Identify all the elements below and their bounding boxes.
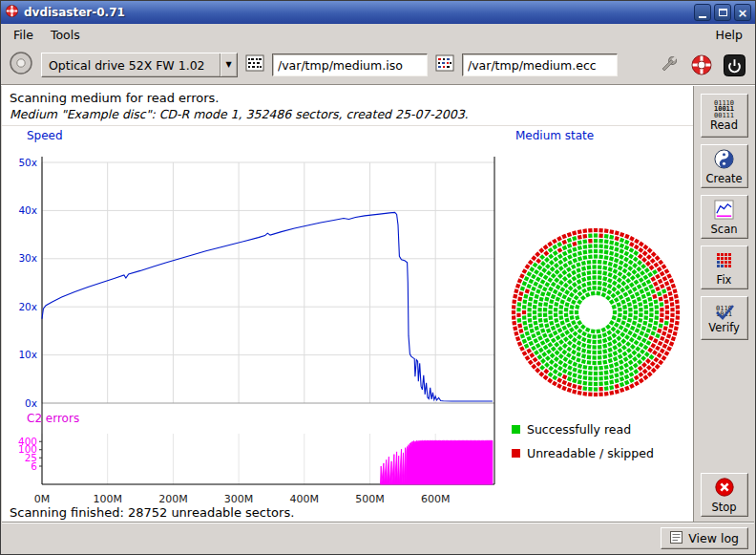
ecc-file-icon xyxy=(434,53,455,77)
svg-text:400: 400 xyxy=(18,436,37,447)
menu-help[interactable]: Help xyxy=(707,25,752,45)
medium-info-line: Medium "Example disc": CD-R mode 1, 3524… xyxy=(10,107,469,121)
menu-tools[interactable]: Tools xyxy=(42,25,89,45)
svg-text:200M: 200M xyxy=(158,493,188,505)
medium-state-label: Medium state xyxy=(515,129,594,142)
drive-select-value: Optical drive 52X FW 1.02 xyxy=(42,58,220,73)
binary-check-icon: 0110 1011 xyxy=(712,304,737,321)
create-button[interactable]: Create xyxy=(701,144,748,188)
chart-tick-labels: 0x10x20x30x40x50x6251004000M100M200M300M… xyxy=(18,157,450,506)
svg-text:40x: 40x xyxy=(18,204,37,216)
legend-successfully-read: Successfully read xyxy=(512,422,631,437)
svg-text:600M: 600M xyxy=(421,493,451,505)
scan-button[interactable]: Scan xyxy=(701,195,748,239)
svg-text:300M: 300M xyxy=(224,493,254,505)
svg-text:100: 100 xyxy=(18,443,37,455)
app-window: dvdisaster-0.71 × File Tools Help Optica… xyxy=(0,0,756,555)
legend-label: Unreadable / skipped xyxy=(527,446,654,460)
stop-button[interactable]: Stop xyxy=(701,473,748,517)
c2-errors-area xyxy=(381,440,493,484)
scan-result-line: Scanning finished: 28752 unreadable sect… xyxy=(10,505,294,520)
minimize-button[interactable] xyxy=(694,4,711,21)
titlebar[interactable]: dvdisaster-0.71 × xyxy=(1,1,755,24)
fix-sectors-icon xyxy=(714,250,734,273)
read-button[interactable]: 01110 10011 00111 Read xyxy=(701,94,748,138)
svg-text:30x: 30x xyxy=(18,252,37,264)
toolbar: Optical drive 52X FW 1.02 ▼ xyxy=(1,46,755,85)
speed-curve xyxy=(42,212,493,401)
red-square-icon xyxy=(512,449,520,458)
svg-text:10x: 10x xyxy=(18,349,37,360)
menubar: File Tools Help xyxy=(1,24,755,46)
legend-label: Successfully read xyxy=(527,422,631,437)
view-log-button[interactable]: View log xyxy=(661,527,748,549)
wrench-icon xyxy=(657,53,680,76)
yin-yang-icon xyxy=(714,149,734,172)
legend-unreadable: Unreadable / skipped xyxy=(512,446,654,460)
minimize-icon xyxy=(699,16,706,18)
chart-grid xyxy=(42,162,494,484)
footer-bar: View log xyxy=(2,522,754,553)
drive-select-dropdown[interactable]: Optical drive 52X FW 1.02 ▼ xyxy=(41,53,238,77)
preferences-button[interactable] xyxy=(657,53,680,76)
main-panel: Scanning medium for read errors. Medium … xyxy=(2,86,695,523)
window-title: dvdisaster-0.71 xyxy=(24,6,689,19)
separator xyxy=(2,125,695,126)
svg-text:25: 25 xyxy=(25,452,37,463)
status-line: Scanning medium for read errors. xyxy=(10,91,219,105)
drive-icon xyxy=(8,50,34,80)
svg-text:50x: 50x xyxy=(18,157,37,168)
image-file-icon xyxy=(244,53,265,77)
power-icon xyxy=(724,54,746,76)
log-icon xyxy=(670,531,682,546)
window-logo-icon xyxy=(5,4,19,22)
close-button[interactable]: × xyxy=(734,4,751,21)
about-button[interactable] xyxy=(690,53,713,76)
stop-icon xyxy=(714,477,735,501)
chevron-down-icon: ▼ xyxy=(220,61,237,69)
maximize-icon xyxy=(719,9,727,16)
chart-axes xyxy=(42,157,494,484)
ecc-file-input[interactable] xyxy=(462,53,618,76)
lifesaver-logo-icon xyxy=(690,53,713,76)
maximize-button[interactable] xyxy=(714,4,731,21)
svg-text:20x: 20x xyxy=(18,301,37,312)
image-file-input[interactable] xyxy=(272,53,428,76)
c2-errors-label: C2 errors xyxy=(27,412,79,425)
binary-read-icon: 01110 10011 00111 xyxy=(714,100,734,119)
svg-text:0M: 0M xyxy=(34,493,51,505)
medium-state-disc xyxy=(512,228,680,396)
svg-text:400M: 400M xyxy=(290,493,320,505)
svg-text:500M: 500M xyxy=(355,493,385,505)
svg-text:0x: 0x xyxy=(25,397,37,409)
action-sidebar: 01110 10011 00111 Read Create xyxy=(693,86,754,523)
view-log-label: View log xyxy=(688,531,739,545)
green-square-icon xyxy=(512,425,520,434)
svg-text:100M: 100M xyxy=(93,493,122,505)
verify-button[interactable]: 0110 1011 Verify xyxy=(701,296,748,340)
menu-file[interactable]: File xyxy=(5,25,42,45)
fix-button[interactable]: Fix xyxy=(701,245,748,289)
svg-text:6: 6 xyxy=(31,460,37,472)
speed-chart-label: Speed xyxy=(27,129,63,142)
close-icon: × xyxy=(738,7,748,19)
scan-chart-icon xyxy=(714,200,734,223)
quit-button[interactable] xyxy=(724,54,746,76)
